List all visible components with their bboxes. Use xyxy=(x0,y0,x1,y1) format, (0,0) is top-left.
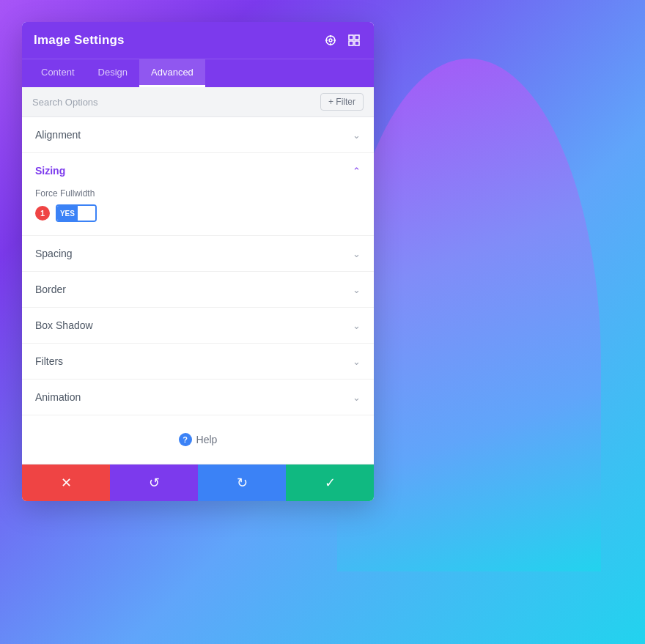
search-placeholder: Search Options xyxy=(32,97,98,108)
panel-content: Alignment ⌄ Sizing ⌃ Force Fullwidth 1 Y… xyxy=(22,117,374,464)
badge-number: 1 xyxy=(35,206,50,221)
svg-point-1 xyxy=(329,39,332,42)
filters-label: Filters xyxy=(35,355,63,367)
save-button[interactable]: ✓ xyxy=(286,465,374,501)
toggle-no-option[interactable] xyxy=(78,206,95,221)
svg-rect-6 xyxy=(349,35,353,40)
border-section[interactable]: Border ⌄ xyxy=(22,272,374,308)
sizing-section: Sizing ⌃ Force Fullwidth 1 YES xyxy=(22,153,374,236)
search-bar: Search Options + Filter xyxy=(22,87,374,117)
tab-design[interactable]: Design xyxy=(86,59,139,87)
animation-chevron-icon: ⌄ xyxy=(353,392,361,403)
target-icon[interactable] xyxy=(322,32,339,48)
help-icon: ? xyxy=(179,433,192,446)
spacing-section[interactable]: Spacing ⌄ xyxy=(22,236,374,272)
image-settings-panel: Image Settings xyxy=(22,22,374,501)
svg-rect-9 xyxy=(355,41,359,45)
help-label: Help xyxy=(196,434,218,445)
svg-rect-8 xyxy=(349,41,353,45)
animation-section[interactable]: Animation ⌄ xyxy=(22,380,374,415)
sizing-label: Sizing xyxy=(35,165,65,177)
svg-rect-7 xyxy=(355,35,359,40)
undo-button[interactable]: ↺ xyxy=(110,465,198,501)
spacing-label: Spacing xyxy=(35,248,73,259)
panel-footer: ✕ ↺ ↻ ✓ xyxy=(22,464,374,501)
header-icons xyxy=(322,32,362,48)
toggle-yes-option[interactable]: YES xyxy=(57,206,78,221)
filters-section[interactable]: Filters ⌄ xyxy=(22,344,374,380)
animation-label: Animation xyxy=(35,391,81,403)
panel-header: Image Settings xyxy=(22,22,374,59)
expand-icon[interactable] xyxy=(346,32,362,48)
sizing-body: Force Fullwidth 1 YES xyxy=(22,184,374,235)
alignment-section[interactable]: Alignment ⌄ xyxy=(22,117,374,153)
fullwidth-toggle[interactable]: YES xyxy=(56,204,97,222)
sizing-chevron-icon: ⌃ xyxy=(353,166,361,177)
help-row: ? Help xyxy=(22,415,374,464)
box-shadow-label: Box Shadow xyxy=(35,319,93,331)
tab-advanced[interactable]: Advanced xyxy=(139,59,205,87)
filters-chevron-icon: ⌄ xyxy=(353,356,361,367)
alignment-label: Alignment xyxy=(35,129,81,141)
tab-content[interactable]: Content xyxy=(29,59,86,87)
box-shadow-section[interactable]: Box Shadow ⌄ xyxy=(22,308,374,344)
panel-title: Image Settings xyxy=(34,33,125,48)
sizing-header[interactable]: Sizing ⌃ xyxy=(22,153,374,184)
border-chevron-icon: ⌄ xyxy=(353,284,361,295)
toggle-row: 1 YES xyxy=(35,204,361,222)
background-blob xyxy=(337,59,601,571)
redo-button[interactable]: ↻ xyxy=(198,465,286,501)
spacing-chevron-icon: ⌄ xyxy=(353,248,361,259)
border-label: Border xyxy=(35,284,66,295)
box-shadow-chevron-icon: ⌄ xyxy=(353,320,361,331)
panel-tabs: Content Design Advanced xyxy=(22,59,374,87)
filter-button[interactable]: + Filter xyxy=(320,93,364,111)
force-fullwidth-label: Force Fullwidth xyxy=(35,188,361,199)
alignment-chevron-icon: ⌄ xyxy=(353,130,361,141)
cancel-button[interactable]: ✕ xyxy=(22,465,110,501)
